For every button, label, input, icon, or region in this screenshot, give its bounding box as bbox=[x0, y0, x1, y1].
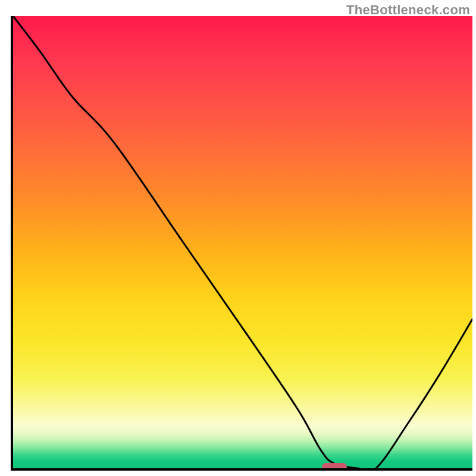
background-gradient bbox=[13, 16, 472, 468]
optimal-marker bbox=[322, 463, 347, 471]
plot-area bbox=[11, 16, 472, 471]
chart-frame: TheBottleneck.com bbox=[0, 0, 476, 476]
